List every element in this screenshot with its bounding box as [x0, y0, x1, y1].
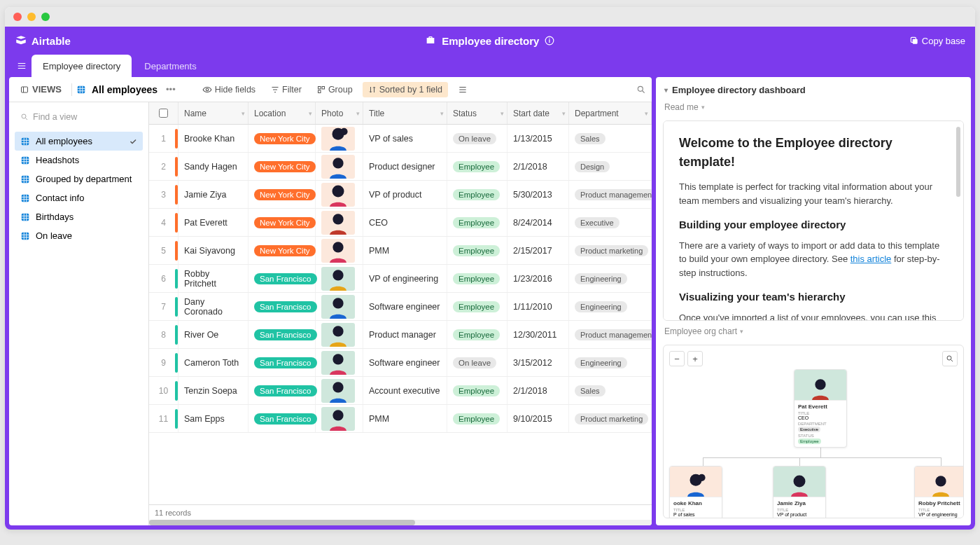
cell-status[interactable]: Employee [447, 405, 507, 432]
cell-status[interactable]: Employee [447, 153, 507, 180]
cell-start-date[interactable]: 2/1/2018 [507, 153, 569, 180]
cell-title[interactable]: VP of engineering [363, 265, 447, 292]
sort-button[interactable]: Sorted by 1 field [363, 82, 448, 97]
col-header-title[interactable]: Title [369, 109, 384, 118]
zoom-in-button[interactable]: + [687, 351, 703, 366]
cell-location[interactable]: San Francisco [248, 321, 316, 348]
cell-name[interactable]: Cameron Toth [178, 349, 248, 376]
minimize-dot[interactable] [27, 13, 36, 21]
cell-location[interactable]: San Francisco [248, 349, 316, 376]
cell-department[interactable]: Product management [569, 181, 652, 208]
cell-name[interactable]: Sandy Hagen [178, 153, 248, 180]
view-item[interactable]: Grouped by department [15, 170, 143, 188]
cell-location[interactable]: San Francisco [248, 265, 316, 292]
org-search-button[interactable] [942, 351, 958, 366]
cell-photo[interactable] [316, 349, 363, 376]
cell-department[interactable]: Product marketing [569, 237, 652, 264]
view-more-button[interactable]: ••• [162, 84, 180, 95]
org-node-root[interactable]: Pat Everett TITLE CEO DEPARTMENT Executi… [794, 369, 847, 448]
view-item[interactable]: Contact info [15, 188, 143, 207]
cell-start-date[interactable]: 1/13/2015 [507, 125, 569, 152]
table-row[interactable]: 11Sam EppsSan FranciscoPMMEmployee9/10/2… [149, 405, 652, 433]
org-node-child-2[interactable]: Jamie Ziya TITLE VP of product DEPARTMEN… [773, 466, 826, 518]
col-header-status[interactable]: Status [453, 109, 477, 118]
cell-location[interactable]: New York City [248, 209, 316, 236]
filter-button[interactable]: Filter [265, 82, 307, 97]
views-button[interactable]: VIEWS [15, 81, 67, 97]
copy-base-button[interactable]: Copy base [909, 36, 965, 46]
current-view-name[interactable]: All employees [92, 84, 158, 95]
cell-photo[interactable] [316, 209, 363, 236]
cell-department[interactable]: Engineering [569, 349, 652, 376]
hide-fields-button[interactable]: Hide fields [197, 82, 261, 97]
org-node-child-1[interactable]: ooke Khan TITLE P of sales DEPARTMENT [669, 466, 722, 518]
cell-photo[interactable] [316, 293, 363, 320]
logo[interactable]: Airtable [15, 34, 71, 47]
cell-location[interactable]: New York City [248, 153, 316, 180]
cell-status[interactable]: Employee [447, 209, 507, 236]
cell-location[interactable]: San Francisco [248, 377, 316, 404]
cell-name[interactable]: Robby Pritchett [178, 265, 248, 292]
table-row[interactable]: 3Jamie ZiyaNew York CityVP of productEmp… [149, 181, 652, 209]
cell-name[interactable]: Jamie Ziya [178, 181, 248, 208]
cell-start-date[interactable]: 9/10/2015 [507, 405, 569, 432]
horizontal-scrollbar[interactable] [149, 520, 652, 525]
cell-department[interactable]: Product management [569, 321, 652, 348]
cell-title[interactable]: CEO [363, 209, 447, 236]
close-dot[interactable] [13, 13, 22, 21]
table-row[interactable]: 10Tenzin SoepaSan FranciscoAccount execu… [149, 377, 652, 405]
cell-name[interactable]: Kai Siyavong [178, 237, 248, 264]
cell-name[interactable]: River Oe [178, 321, 248, 348]
cell-status[interactable]: Employee [447, 237, 507, 264]
cell-title[interactable]: VP of product [363, 181, 447, 208]
row-height-button[interactable] [452, 82, 473, 97]
cell-title[interactable]: PMM [363, 405, 447, 432]
cell-name[interactable]: Sam Epps [178, 405, 248, 432]
cell-photo[interactable] [316, 153, 363, 180]
cell-start-date[interactable]: 5/30/2013 [507, 181, 569, 208]
cell-department[interactable]: Sales [569, 377, 652, 404]
cell-status[interactable]: On leave [447, 125, 507, 152]
cell-photo[interactable] [316, 321, 363, 348]
table-row[interactable]: 4Pat EverettNew York CityCEOEmployee8/24… [149, 209, 652, 237]
cell-photo[interactable] [316, 377, 363, 404]
cell-start-date[interactable]: 2/15/2017 [507, 237, 569, 264]
cell-department[interactable]: Engineering [569, 265, 652, 292]
cell-start-date[interactable]: 3/15/2012 [507, 349, 569, 376]
cell-location[interactable]: San Francisco [248, 405, 316, 432]
cell-department[interactable]: Executive [569, 209, 652, 236]
maximize-dot[interactable] [41, 13, 50, 21]
cell-title[interactable]: Software engineer [363, 293, 447, 320]
cell-name[interactable]: Brooke Khan [178, 125, 248, 152]
cell-photo[interactable] [316, 237, 363, 264]
view-item[interactable]: On leave [15, 226, 143, 245]
table-row[interactable]: 7Dany CoronadoSan FranciscoSoftware engi… [149, 293, 652, 321]
cell-status[interactable]: Employee [447, 321, 507, 348]
table-row[interactable]: 5Kai SiyavongNew York CityPMMEmployee2/1… [149, 237, 652, 265]
org-node-child-3[interactable]: Robby Pritchett TITLE VP of engineering … [914, 466, 964, 518]
cell-title[interactable]: Software engineer [363, 349, 447, 376]
tab-departments[interactable]: Departments [133, 55, 207, 77]
cell-photo[interactable] [316, 265, 363, 292]
collapse-icon[interactable]: ▾ [664, 86, 668, 94]
readme-card-label[interactable]: Read me ▾ [663, 102, 964, 115]
info-icon[interactable]: i [545, 36, 554, 46]
col-header-name[interactable]: Name [184, 109, 206, 118]
table-row[interactable]: 6Robby PritchettSan FranciscoVP of engin… [149, 265, 652, 293]
table-row[interactable]: 2Sandy HagenNew York CityProduct designe… [149, 153, 652, 181]
cell-photo[interactable] [316, 181, 363, 208]
col-header-photo[interactable]: Photo [321, 109, 343, 118]
cell-name[interactable]: Dany Coronado [178, 293, 248, 320]
cell-title[interactable]: Product manager [363, 321, 447, 348]
org-chart-label[interactable]: Employee org chart ▾ [663, 326, 964, 339]
col-header-start[interactable]: Start date [513, 109, 550, 118]
table-row[interactable]: 9Cameron TothSan FranciscoSoftware engin… [149, 349, 652, 377]
cell-status[interactable]: Employee [447, 293, 507, 320]
cell-location[interactable]: New York City [248, 237, 316, 264]
view-item[interactable]: Birthdays [15, 207, 143, 226]
cell-name[interactable]: Tenzin Soepa [178, 377, 248, 404]
cell-status[interactable]: Employee [447, 265, 507, 292]
cell-title[interactable]: PMM [363, 237, 447, 264]
cell-location[interactable]: San Francisco [248, 293, 316, 320]
menu-button[interactable] [12, 55, 31, 77]
